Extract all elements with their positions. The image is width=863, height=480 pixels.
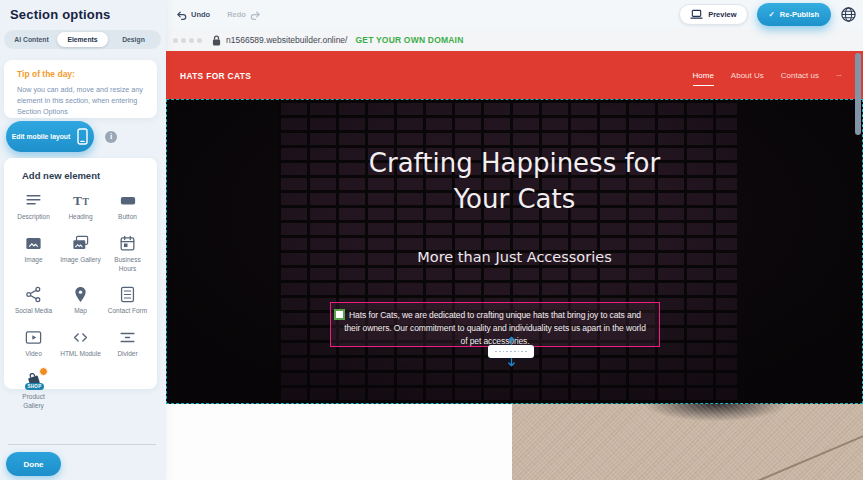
element-item-divider[interactable]: Divider (104, 327, 151, 359)
edit-mobile-layout-button[interactable]: Edit mobile layout (6, 121, 94, 152)
add-element-title: Add new element (22, 170, 151, 181)
preview-label: Preview (708, 10, 736, 19)
hero-heading[interactable]: Crafting Happiness for Your Cats (349, 146, 681, 218)
panel-tabs: AI Content Elements Design (4, 30, 161, 49)
carpet-photo (512, 404, 863, 480)
video-icon (24, 327, 43, 347)
element-label: Heading (68, 213, 92, 222)
element-label: Social Media (15, 307, 52, 316)
element-item-business-hours[interactable]: Business Hours (104, 233, 151, 274)
divider-icon (118, 327, 137, 347)
social-media-icon (24, 284, 43, 304)
element-label: Description (17, 213, 50, 222)
element-item-image[interactable]: Image (10, 233, 57, 274)
redo-icon (250, 10, 261, 20)
element-label: Divider (117, 350, 137, 359)
map-icon (71, 284, 90, 304)
done-button[interactable]: Done (6, 452, 61, 476)
phone-icon (77, 128, 88, 145)
next-section-background (166, 404, 512, 480)
element-item-heading[interactable]: TT Heading (57, 190, 104, 222)
nav-contact-us[interactable]: Contact us (781, 71, 819, 80)
element-item-button[interactable]: Button (104, 190, 151, 222)
business-hours-icon (118, 233, 137, 253)
nav-about-us[interactable]: About Us (731, 71, 764, 80)
nav-home[interactable]: Home (693, 71, 714, 86)
element-item-description[interactable]: Description (10, 190, 57, 222)
laptop-icon (690, 9, 703, 20)
element-label: Image (24, 256, 42, 265)
undo-button[interactable]: Undo (176, 10, 210, 20)
element-label: Contact Form (108, 307, 147, 316)
new-badge (39, 367, 48, 376)
info-icon[interactable]: i (105, 131, 117, 143)
tip-title: Tip of the day: (17, 69, 144, 79)
resize-down-arrow-icon (507, 358, 516, 367)
add-element-card: Add new element Description TT Heading B… (4, 158, 157, 389)
preview-button[interactable]: Preview (679, 4, 747, 25)
element-item-video[interactable]: Video (10, 327, 57, 359)
element-drag-handle[interactable] (334, 309, 345, 320)
tip-of-the-day-card: Tip of the day: Now you can add, move an… (4, 60, 157, 118)
tip-body: Now you can add, move and resize any ele… (17, 84, 144, 117)
element-grid: Description TT Heading Button Image Imag… (10, 190, 151, 410)
heading-icon: TT (71, 190, 91, 210)
svg-text:T: T (73, 193, 82, 208)
section-options-panel: Section options AI Content Elements Desi… (0, 0, 166, 480)
website-builder-app: Section options AI Content Elements Desi… (0, 0, 863, 480)
nav-more-icon[interactable]: ··· (836, 71, 841, 80)
element-label: Button (118, 213, 137, 222)
language-globe-icon[interactable] (840, 6, 857, 23)
republish-label: Re-Publish (780, 10, 819, 19)
republish-button[interactable]: ✓ Re-Publish (757, 3, 831, 26)
resize-up-arrow-icon (507, 336, 516, 345)
browser-chrome-bar: n1566589.websitebuilder.online/ GET YOUR… (166, 29, 863, 51)
check-icon: ✓ (769, 10, 775, 19)
hero-subheading[interactable]: More than Just Accessories (167, 249, 862, 265)
site-url[interactable]: n1566589.websitebuilder.online/ (226, 35, 347, 45)
top-toolbar: Undo Redo Preview ✓ Re-Publish (166, 0, 863, 29)
scrollbar-thumb[interactable] (855, 53, 861, 135)
site-header: HATS FOR CATS Home About Us Contact us ·… (166, 51, 863, 99)
element-label: HTML Module (60, 350, 101, 359)
element-item-html-module[interactable]: HTML Module (57, 327, 104, 359)
redo-label: Redo (227, 10, 246, 19)
main-area: Undo Redo Preview ✓ Re-Publish (166, 0, 863, 480)
redo-button[interactable]: Redo (227, 10, 261, 20)
sidebar-divider (8, 444, 156, 445)
browser-dots (173, 38, 202, 43)
panel-title: Section options (10, 7, 111, 22)
image-gallery-icon (71, 233, 90, 253)
site-nav: Home About Us Contact us ··· (693, 71, 842, 80)
element-item-contact-form[interactable]: Contact Form (104, 284, 151, 316)
image-icon (24, 233, 43, 253)
get-domain-link[interactable]: GET YOUR OWN DOMAIN (355, 35, 463, 45)
element-item-image-gallery[interactable]: Image Gallery (57, 233, 104, 274)
element-item-product-gallery[interactable]: SHOP Product Gallery (10, 370, 57, 411)
button-icon (118, 190, 138, 210)
element-label: Image Gallery (60, 256, 100, 265)
next-section-partial (166, 404, 863, 480)
element-label: Product Gallery (13, 393, 55, 411)
element-label: Business Hours (107, 256, 149, 274)
tab-design[interactable]: Design (108, 32, 159, 47)
element-label: Video (25, 350, 42, 359)
element-item-map[interactable]: Map (57, 284, 104, 316)
description-icon (24, 190, 43, 210)
edit-mobile-layout-label: Edit mobile layout (12, 133, 71, 140)
carpet-seam (731, 433, 863, 480)
section-resize-handle[interactable] (488, 336, 534, 367)
svg-text:T: T (82, 197, 89, 207)
site-logo[interactable]: HATS FOR CATS (180, 70, 251, 81)
resize-grip[interactable] (488, 345, 534, 358)
undo-icon (176, 10, 187, 20)
shop-badge: SHOP (25, 383, 45, 390)
html-module-icon (71, 327, 90, 347)
lock-icon (212, 35, 221, 46)
contact-form-icon (118, 284, 137, 304)
tab-ai-content[interactable]: AI Content (6, 32, 57, 47)
tab-elements[interactable]: Elements (57, 32, 108, 47)
product-gallery-icon: SHOP (22, 370, 46, 390)
element-label: Map (74, 307, 87, 316)
element-item-social-media[interactable]: Social Media (10, 284, 57, 316)
